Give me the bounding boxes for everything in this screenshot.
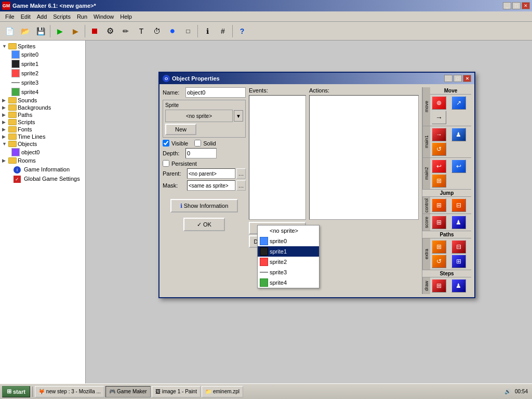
menu-run[interactable]: Run <box>74 12 90 21</box>
scripts-label: Scripts <box>18 119 35 125</box>
toolbar-resource4[interactable]: ⏱ <box>150 24 164 38</box>
jump-btn2[interactable]: ⊟ <box>451 198 466 212</box>
game-info-row[interactable]: i Game Information <box>0 164 85 175</box>
tree-child-sprite2[interactable]: sprite2 <box>10 69 85 78</box>
start-button[interactable]: ⊞ start <box>2 386 30 397</box>
taskbar-item-0[interactable]: 🦊 new step : 3 - Mozilla ... <box>35 386 104 397</box>
move-btn1[interactable]: ⊕ <box>432 96 446 110</box>
menu-edit[interactable]: Edit <box>18 12 34 21</box>
main1-btn3[interactable]: ↺ <box>432 142 446 156</box>
toolbar-save[interactable]: 💾 <box>33 24 48 38</box>
taskbar-item-1[interactable]: 🎮 Game Maker <box>105 386 151 397</box>
arrow-rooms: ▶ <box>2 158 7 163</box>
toolbar-resource3[interactable]: T <box>134 24 149 38</box>
paths-btn3[interactable]: ↺ <box>432 255 446 268</box>
tree-parent-backgrounds[interactable]: ▶ Backgrounds <box>0 104 85 111</box>
main2-btn2[interactable]: ↩ <box>451 159 466 173</box>
minimize-button[interactable]: _ <box>503 2 511 9</box>
toolbar-resource2[interactable]: ✏ <box>118 24 133 38</box>
maximize-button[interactable]: □ <box>512 2 521 9</box>
tree-parent-scripts[interactable]: ▶ Scripts <box>0 118 85 126</box>
paths-label: Paths <box>422 231 471 238</box>
tree-parent-sprites[interactable]: ▼ Sprites <box>0 43 85 50</box>
sprite-browse-btn[interactable]: ▼ <box>234 110 243 122</box>
tree-child-sprite1[interactable]: sprite1 <box>10 59 85 69</box>
show-info-btn[interactable]: ℹ Show Information <box>170 199 238 212</box>
toolbar-sep4 <box>232 25 233 37</box>
taskbar-item-3[interactable]: 📁 eminem.zpl <box>202 386 243 397</box>
tree-parent-fonts[interactable]: ▶ Fonts <box>0 126 85 133</box>
dd-item-sprite1[interactable]: sprite1 <box>258 246 319 257</box>
sprites-children: sprite0 sprite1 sprite2 sprite3 sprite4 <box>0 50 85 97</box>
toolbar-help[interactable]: ? <box>235 24 249 38</box>
paths-btn4[interactable]: ⊞ <box>451 255 466 268</box>
toolbar-stop[interactable]: ⏹ <box>87 24 102 38</box>
dd-item-no-sprite[interactable]: <no sprite> <box>258 225 319 236</box>
dd-item-sprite0[interactable]: sprite0 <box>258 236 319 246</box>
dialog-close-btn[interactable]: ✕ <box>463 75 471 82</box>
depth-input[interactable] <box>185 148 217 158</box>
main2-btn3[interactable]: ⊞ <box>432 174 446 188</box>
menu-file[interactable]: File <box>2 12 18 21</box>
tree-child-sprite3[interactable]: sprite3 <box>10 78 85 87</box>
dialog-left-panel: Name: Sprite <no sprite> ▼ New <box>163 87 246 294</box>
tree-child-object0[interactable]: object0 <box>10 148 85 157</box>
toolbar-resource6[interactable]: □ <box>181 24 195 38</box>
ok-btn[interactable]: ✓ OK <box>183 218 225 231</box>
steps-btn2[interactable]: ♟ <box>451 279 466 292</box>
menu-window[interactable]: Window <box>90 12 117 21</box>
name-input[interactable] <box>185 87 246 98</box>
toolbar-open[interactable]: 📂 <box>18 24 32 38</box>
taskbar-item-2[interactable]: 🖼 image 1 - Paint <box>152 386 201 397</box>
close-button[interactable]: ✕ <box>522 2 530 9</box>
toolbar-info[interactable]: ℹ <box>200 24 215 38</box>
title-bar: GM Game Maker 6.1: <new game>* _ □ ✕ <box>0 0 532 11</box>
taskbar-sep <box>32 387 33 397</box>
solid-checkbox[interactable] <box>194 140 201 147</box>
tree-group-scripts: ▶ Scripts <box>0 118 85 126</box>
dialog-maximize-btn[interactable]: □ <box>454 75 462 82</box>
move-btn3[interactable]: → <box>432 111 446 124</box>
tree-parent-rooms[interactable]: ▶ Rooms <box>0 157 85 164</box>
jump-btn1[interactable]: ⊞ <box>432 198 446 212</box>
dialog-minimize-btn[interactable]: _ <box>444 75 453 82</box>
visible-checkbox[interactable] <box>163 140 169 147</box>
toolbar-run-debug[interactable]: ▶ <box>68 24 83 38</box>
move-btn2[interactable]: ↗ <box>451 96 466 110</box>
mask-select[interactable]: <same as sprite> <box>187 180 235 191</box>
paths-btn1[interactable]: ⊞ <box>432 240 446 254</box>
menu-add[interactable]: Add <box>34 12 50 21</box>
mask-browse-btn[interactable]: … <box>236 180 246 191</box>
dd-item-sprite4[interactable]: sprite4 <box>258 277 319 288</box>
main2-btn1[interactable]: ↩ <box>432 159 446 173</box>
control-vert-label: control <box>422 197 430 214</box>
score-btn1[interactable]: ⊞ <box>432 216 446 229</box>
tree-parent-timelines[interactable]: ▶ Time Lines <box>0 133 85 140</box>
main1-btn1[interactable]: → <box>432 128 446 141</box>
parent-browse-btn[interactable]: … <box>236 168 246 179</box>
toolbar-resource5[interactable]: ● <box>165 24 180 38</box>
dd-item-sprite2[interactable]: sprite2 <box>258 257 319 267</box>
sprite-new-btn[interactable]: New <box>165 124 196 135</box>
global-settings-label: Global Game Settings <box>24 176 80 182</box>
main1-btn2[interactable]: ♟ <box>451 128 466 141</box>
dd-item-sprite3[interactable]: sprite3 <box>258 267 319 277</box>
tree-parent-objects[interactable]: ▼ Objects <box>0 140 85 148</box>
parent-select[interactable]: <no parent> <box>187 168 235 179</box>
folder-icon-objects <box>8 141 17 147</box>
tree-child-sprite4[interactable]: sprite4 <box>10 87 85 97</box>
menu-help[interactable]: Help <box>117 12 135 21</box>
score-btn2[interactable]: ♟ <box>451 216 466 229</box>
toolbar-resource1[interactable]: ⚙ <box>103 24 117 38</box>
menu-scripts[interactable]: Scripts <box>50 12 74 21</box>
tree-parent-paths[interactable]: ▶ Paths <box>0 111 85 118</box>
persistent-checkbox[interactable] <box>163 160 169 167</box>
toolbar-grid[interactable]: # <box>216 24 230 38</box>
global-settings-row[interactable]: ✓ Global Game Settings <box>0 175 85 184</box>
steps-btn1[interactable]: ⊞ <box>432 279 446 292</box>
tree-parent-sounds[interactable]: ▶ Sounds <box>0 97 85 104</box>
paths-btn2[interactable]: ⊟ <box>451 240 466 254</box>
toolbar-new[interactable]: 📄 <box>2 24 17 38</box>
toolbar-run[interactable]: ▶ <box>52 24 67 38</box>
tree-child-sprite0[interactable]: sprite0 <box>10 50 85 59</box>
